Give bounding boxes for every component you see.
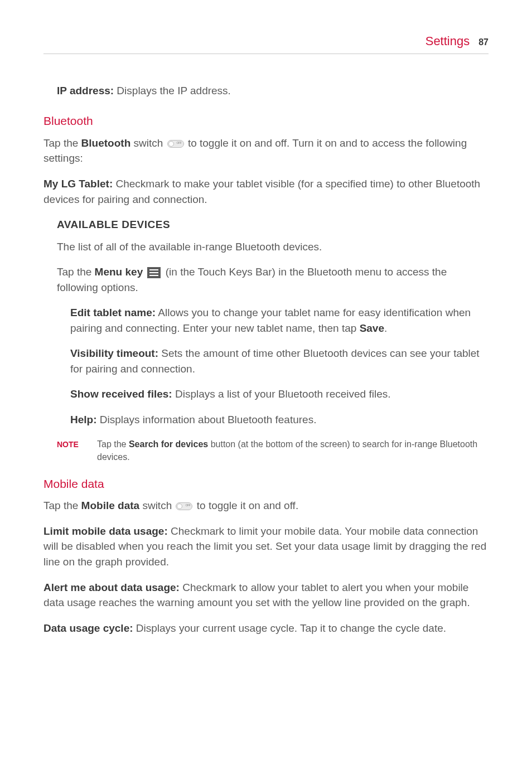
ip-address-desc: Displays the IP address. (114, 85, 231, 96)
bluetooth-intro: Tap the Bluetooth switch to toggle it on… (43, 135, 489, 166)
menu-pre: Tap the (57, 266, 95, 278)
menu-bold: Menu key (95, 266, 143, 278)
available-devices-heading: AVAILABLE DEVICES (57, 217, 489, 233)
cycle-label: Data usage cycle: (43, 622, 133, 634)
note-text: Tap the Search for devices button (at th… (97, 438, 489, 463)
edit-save: Save (360, 322, 384, 334)
help-desc: Displays information about Bluetooth fea… (97, 414, 317, 425)
edit-desc-post: . (384, 322, 387, 334)
mobile-data-intro: Tap the Mobile data switch to toggle it … (43, 498, 489, 514)
menu-key-icon (147, 267, 161, 278)
header-section-title: Settings (425, 32, 470, 50)
bluetooth-intro-mid: switch (130, 137, 166, 149)
mobile-intro-bold: Mobile data (81, 500, 140, 511)
my-lg-tablet-item: My LG Tablet: Checkmark to make your tab… (43, 176, 489, 207)
alert-label: Alert me about data usage: (43, 582, 180, 593)
mobile-data-heading: Mobile data (43, 476, 489, 492)
cycle-desc: Displays your current usage cycle. Tap i… (133, 622, 447, 634)
bluetooth-intro-bold: Bluetooth (81, 137, 131, 149)
limit-label: Limit mobile data usage: (43, 525, 168, 537)
bluetooth-intro-pre: Tap the (43, 137, 81, 149)
edit-label: Edit tablet name: (70, 307, 156, 318)
visibility-label: Visibility timeout: (70, 347, 158, 359)
toggle-off-icon (176, 502, 192, 510)
edit-tablet-name-item: Edit tablet name: Allows you to change y… (70, 305, 489, 336)
ip-address-item: IP address: Displays the IP address. (57, 83, 489, 99)
mobile-intro-post: to toggle it on and off. (194, 500, 298, 511)
limit-mobile-data-item: Limit mobile data usage: Checkmark to li… (43, 524, 489, 570)
bluetooth-heading: Bluetooth (43, 113, 489, 129)
available-devices-desc: The list of all of the available in-rang… (57, 239, 489, 255)
note-label: NOTE (57, 438, 97, 463)
document-page: Settings 87 IP address: Displays the IP … (0, 0, 532, 668)
note-pre: Tap the (97, 439, 129, 449)
show-received-files-item: Show received files: Displays a list of … (70, 386, 489, 402)
data-usage-cycle-item: Data usage cycle: Displays your current … (43, 621, 489, 636)
show-desc: Displays a list of your Bluetooth receiv… (172, 388, 391, 400)
my-lg-tablet-label: My LG Tablet: (43, 178, 113, 190)
visibility-timeout-item: Visibility timeout: Sets the amount of t… (70, 346, 489, 376)
note-block: NOTE Tap the Search for devices button (… (57, 438, 489, 463)
help-label: Help: (70, 414, 97, 425)
mobile-intro-mid: switch (139, 500, 175, 511)
header-page-number: 87 (478, 36, 489, 49)
show-label: Show received files: (70, 388, 172, 400)
menu-mid (143, 266, 146, 278)
toggle-off-icon (167, 140, 184, 148)
help-item: Help: Displays information about Bluetoo… (70, 412, 489, 428)
alert-data-usage-item: Alert me about data usage: Checkmark to … (43, 580, 489, 611)
ip-address-label: IP address: (57, 85, 114, 96)
note-bold: Search for devices (129, 439, 208, 449)
page-header: Settings 87 (43, 32, 489, 54)
menu-key-instruction: Tap the Menu key (in the Touch Keys Bar)… (57, 264, 489, 295)
mobile-intro-pre: Tap the (43, 500, 81, 511)
